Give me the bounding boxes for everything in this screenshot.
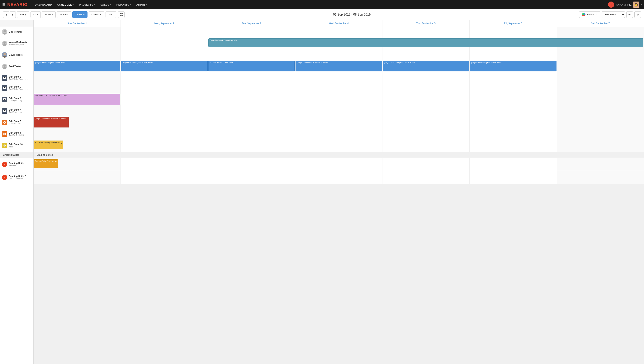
event-fred-4[interactable]: [Target Commercial] Edit Suite 5, Emma .… (383, 61, 469, 71)
nav-sales[interactable]: SALES ▾ (98, 0, 114, 9)
resource-grading2: Da Grading Suite 2 DaVinci Resolve (0, 171, 34, 184)
avatar-fred (2, 64, 7, 69)
nav-dashboard[interactable]: DASHBOARD (32, 0, 55, 9)
avatar-yotam (2, 41, 7, 46)
event-fred-0[interactable]: [Target Commercial] Edit Suite 5, Emma .… (34, 61, 120, 71)
cell-bob-2[interactable] (208, 27, 295, 37)
nav-projects[interactable]: PROJECTS ▾ (76, 0, 98, 9)
resource-fred: Fred Tester (0, 60, 34, 73)
cell-yotam-0[interactable] (34, 37, 121, 50)
eye-button[interactable]: 👁 (626, 11, 633, 18)
resource-sub-suite2: Avid Media Composer (9, 88, 28, 90)
week-caret: ▾ (52, 14, 53, 16)
icon-grading2: Da (2, 175, 7, 180)
resource-panel: Bob Fenster Yotam Berkowitz Some descrip… (0, 20, 34, 364)
resource-david: David Moore (0, 50, 34, 60)
icon-suite3 (2, 97, 7, 102)
cell-bob-4[interactable] (382, 27, 470, 37)
row-suite1 (34, 73, 644, 83)
prev-button[interactable]: ◀ (3, 11, 9, 18)
resource-suite6: Edit Suite 6 Avid ProTools HD (0, 129, 34, 139)
week-button[interactable]: Week ▾ (42, 11, 56, 18)
resource-name-suite1: Edit Suite 1 (9, 76, 28, 78)
resource-name-suite6: Edit Suite 6 (9, 132, 24, 134)
day-button[interactable]: Day (30, 11, 41, 18)
avatar: 👩 (633, 2, 639, 8)
icon-suite1 (2, 75, 7, 81)
resource-suite1: Edit Suite 1 Avid Media Composer (0, 73, 34, 83)
resource-name-suite4: Edit Suite 4 (9, 109, 22, 111)
resource-sub-suite1: Avid Media Composer (9, 78, 28, 80)
event-fred-5[interactable]: [Target Commercial] Edit Suite 5, Emma .… (470, 61, 556, 71)
date-range: 01 Sep 2019 - 08 Sep 2019 (126, 13, 578, 16)
icon-suite2 (2, 85, 7, 91)
resource-name-david: David Moore (9, 54, 23, 56)
event-fred-2[interactable]: [Target Commerci... Edit Suite ... (208, 61, 295, 71)
icon-suite5 (2, 120, 7, 125)
next-button[interactable]: ▶ (10, 11, 16, 18)
nav-admin[interactable]: ADMIN ▾ (134, 0, 150, 9)
row-suite2 (34, 83, 644, 93)
cell-bob-6[interactable] (557, 27, 644, 37)
svg-text:Da: Da (4, 164, 6, 165)
resource-name-fred: Fred Tester (9, 65, 21, 68)
resource-yotam: Yotam Berkowitz Some description (0, 37, 34, 50)
cell-bob-5[interactable] (470, 27, 557, 37)
row-bob (34, 27, 644, 37)
suite-select[interactable]: Edit Suites (602, 11, 625, 18)
svg-rect-17 (4, 99, 5, 100)
event-yotam[interactable]: Yotam Berkowitz Something else (208, 38, 643, 47)
grading-section-header[interactable]: - Grading Suites (0, 152, 34, 158)
svg-point-5 (3, 33, 6, 35)
resource-suite3: Edit Suite 3 Avid Symphony (0, 93, 34, 106)
event-fred-1[interactable]: [Target Commercial] Edit Suite 5, Emma .… (121, 61, 208, 71)
resource-name-suite3: Edit Suite 3 (9, 97, 22, 100)
svg-rect-1 (122, 13, 123, 15)
icon-suite4 (2, 108, 7, 114)
day-header-0: Sun, September 1 (34, 20, 121, 27)
svg-point-9 (3, 56, 6, 58)
nav-schedule[interactable]: SCHEDULE ▾ (55, 0, 76, 9)
resource-button[interactable]: Resource (579, 11, 600, 18)
resource-panel-header (0, 20, 34, 27)
nav-reports[interactable]: REPORTS ▾ (114, 0, 134, 9)
day-header-6: Sat, September 7 (557, 20, 644, 27)
grid-icon-button[interactable] (118, 11, 124, 18)
schedule-caret: ▾ (72, 4, 74, 6)
gear-button[interactable]: ⚙ (634, 11, 641, 18)
row-suite3: [Mercedes CLK] Edit Suite 3 Test Booking (34, 93, 644, 106)
event-suite10[interactable]: Edit Suite 10 Long term booking (34, 141, 63, 149)
admin-caret: ▾ (146, 4, 147, 6)
grading-divider[interactable]: - Grading Suites (34, 152, 644, 158)
resource-sub-suite5: Avid Pro Tools (9, 123, 21, 125)
event-suite5-5[interactable]: [Target Commercial] Edit Suite 5, Emma .… (34, 117, 69, 128)
calendar-button[interactable]: Calendar (89, 11, 104, 18)
user-menu[interactable]: ANNA MARIE 👩 ▾ (616, 2, 642, 8)
user-name: ANNA MARIE (616, 3, 632, 6)
svg-rect-3 (122, 15, 123, 16)
cell-bob-1[interactable] (121, 27, 208, 37)
logo: NEVARIO (7, 2, 28, 7)
notification-bell[interactable]: 1 (608, 2, 614, 8)
cell-yotam-1[interactable] (121, 37, 208, 50)
svg-text:Da: Da (4, 177, 6, 178)
hamburger-icon[interactable]: ☰ (2, 3, 5, 7)
svg-point-8 (4, 53, 6, 55)
today-button[interactable]: Today (17, 11, 29, 18)
event-grading[interactable]: Grading Suite Over we go (34, 159, 58, 168)
event-fred-3[interactable]: [Target Commercial] Edit Suite 5, Emma .… (296, 61, 382, 71)
grid-button[interactable]: Grid (106, 11, 116, 18)
month-button[interactable]: Month ▾ (57, 11, 71, 18)
day-header-3: Wed, September 4 (295, 20, 382, 27)
timeline-button[interactable]: Timeline (72, 11, 88, 18)
resource-name-yotam: Yotam Berkowitz (9, 41, 27, 44)
cell-bob-3[interactable] (295, 27, 382, 37)
resource-suite4: Edit Suite 4 Avid Symphony (0, 106, 34, 116)
nav-arrows: ◀ ▶ (3, 11, 16, 18)
calendar-grid: Yotam Berkowitz Something else (34, 27, 644, 184)
resource-sub-suite4: Avid Symphony (9, 111, 22, 113)
resource-name-suite5: Edit Suite 5 (9, 120, 21, 123)
event-suite3[interactable]: [Mercedes CLK] Edit Suite 3 Test Booking (34, 94, 120, 105)
svg-rect-13 (4, 77, 5, 78)
cell-bob-0[interactable] (34, 27, 121, 37)
